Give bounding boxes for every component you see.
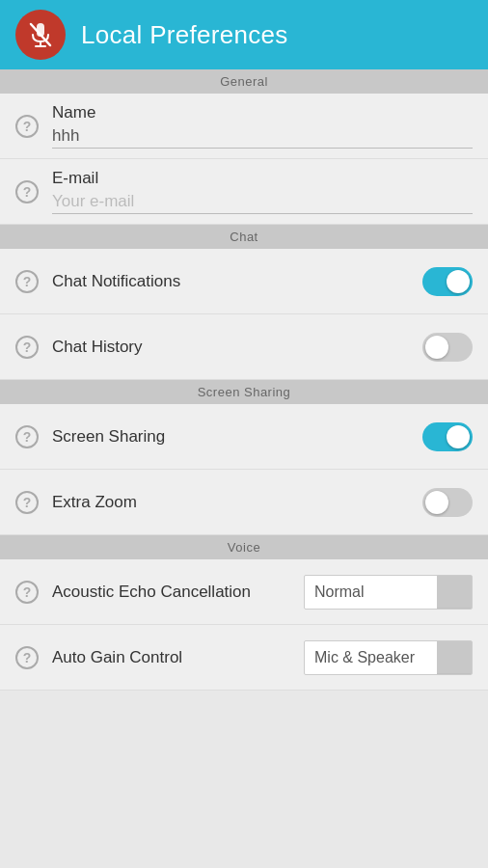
- acoustic-echo-arrow: [437, 576, 472, 609]
- screen-sharing-label: Screen Sharing: [52, 427, 422, 447]
- chat-history-toggle[interactable]: [422, 333, 473, 362]
- email-row: ? E-mail: [0, 159, 488, 225]
- name-row: ? Name: [0, 94, 488, 159]
- name-input-underline: [52, 126, 473, 149]
- app-icon: [15, 10, 66, 60]
- chevron-down-icon-2: [447, 654, 461, 662]
- name-input[interactable]: [52, 126, 257, 146]
- name-input-container: Name: [52, 103, 473, 149]
- chat-history-slider: [422, 333, 473, 362]
- auto-gain-arrow: [437, 641, 472, 674]
- email-label: E-mail: [52, 169, 473, 188]
- email-help-icon[interactable]: ?: [15, 180, 39, 203]
- extra-zoom-row: ? Extra Zoom: [0, 470, 488, 535]
- chevron-down-icon: [447, 588, 461, 596]
- section-screen-sharing: Screen Sharing: [0, 380, 488, 404]
- email-input-underline: [52, 192, 473, 214]
- screen-sharing-row: ? Screen Sharing: [0, 404, 488, 470]
- auto-gain-dropdown[interactable]: Mic & Speaker: [304, 640, 473, 675]
- chat-notifications-toggle[interactable]: [422, 267, 473, 296]
- section-chat: Chat: [0, 225, 488, 249]
- extra-zoom-toggle[interactable]: [422, 488, 473, 517]
- name-label: Name: [52, 103, 473, 122]
- screen-sharing-toggle[interactable]: [422, 422, 473, 451]
- section-voice: Voice: [0, 535, 488, 559]
- email-input-container: E-mail: [52, 169, 473, 214]
- chat-notifications-help-icon[interactable]: ?: [15, 270, 39, 293]
- page-title: Local Preferences: [81, 20, 288, 50]
- screen-sharing-slider: [422, 422, 473, 451]
- name-help-icon[interactable]: ?: [15, 115, 39, 138]
- section-general: General: [0, 69, 488, 94]
- chat-history-row: ? Chat History: [0, 314, 488, 380]
- chat-notifications-label: Chat Notifications: [52, 272, 422, 291]
- email-input[interactable]: [52, 192, 257, 211]
- acoustic-echo-dropdown[interactable]: Normal: [304, 575, 473, 610]
- chat-history-help-icon[interactable]: ?: [15, 336, 39, 359]
- chat-history-label: Chat History: [52, 338, 422, 357]
- extra-zoom-slider: [422, 488, 473, 517]
- acoustic-echo-label: Acoustic Echo Cancellation: [52, 583, 304, 602]
- auto-gain-row: ? Auto Gain Control Mic & Speaker: [0, 625, 488, 691]
- screen-sharing-help-icon[interactable]: ?: [15, 425, 39, 448]
- mic-muted-icon: [26, 20, 55, 49]
- header: Local Preferences: [0, 0, 488, 69]
- acoustic-echo-row: ? Acoustic Echo Cancellation Normal: [0, 559, 488, 625]
- auto-gain-label: Auto Gain Control: [52, 648, 304, 667]
- acoustic-echo-help-icon[interactable]: ?: [15, 581, 39, 604]
- chat-notifications-slider: [422, 267, 473, 296]
- auto-gain-help-icon[interactable]: ?: [15, 646, 39, 669]
- extra-zoom-label: Extra Zoom: [52, 493, 422, 512]
- auto-gain-value: Mic & Speaker: [314, 649, 415, 666]
- extra-zoom-help-icon[interactable]: ?: [15, 491, 39, 514]
- chat-notifications-row: ? Chat Notifications: [0, 249, 488, 314]
- acoustic-echo-value: Normal: [314, 583, 365, 601]
